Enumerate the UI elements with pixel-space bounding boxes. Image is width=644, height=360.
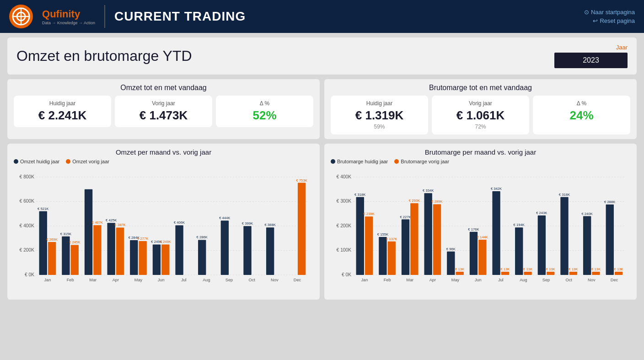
svg-text:€ 315K: € 315K — [60, 232, 71, 236]
svg-text:Sep: Sep — [225, 278, 233, 282]
svg-rect-29 — [107, 223, 115, 275]
svg-rect-41 — [161, 244, 169, 275]
svg-text:€ 300K: € 300K — [337, 199, 352, 204]
svg-rect-15 — [39, 211, 47, 275]
svg-text:€ 240K: € 240K — [581, 212, 592, 216]
svg-rect-87 — [424, 193, 432, 275]
svg-text:Oct: Oct — [566, 278, 573, 282]
svg-rect-127 — [606, 204, 614, 275]
svg-rect-122 — [583, 216, 591, 275]
omzet-vorig-value: € 1.473K — [140, 108, 188, 123]
svg-text:Feb: Feb — [67, 278, 74, 282]
svg-text:Oct: Oct — [249, 278, 256, 282]
header-divider — [104, 5, 105, 28]
svg-text:€ 334K: € 334K — [423, 188, 434, 193]
bruto-huidig-label: Huidig jaar — [366, 100, 392, 107]
svg-text:€ 96K: € 96K — [446, 247, 456, 251]
svg-text:€ 318K: € 318K — [559, 193, 570, 197]
brutomarge-chart-container: Brutomarge per maand vs. vorig jaar Brut… — [324, 144, 637, 300]
omzet-title: Omzet tot en met vandaag — [14, 84, 313, 92]
svg-rect-25 — [85, 189, 92, 275]
svg-rect-129 — [615, 272, 623, 275]
svg-text:€ 239K: € 239K — [363, 212, 374, 216]
svg-text:€ 243K: € 243K — [536, 211, 547, 215]
svg-rect-117 — [560, 197, 568, 275]
svg-rect-22 — [71, 245, 79, 275]
svg-rect-107 — [515, 227, 523, 275]
svg-rect-104 — [501, 272, 509, 275]
omzet-chart-container: Omzet per maand vs. vorig jaar Omzet hui… — [7, 144, 320, 300]
bruto-delta-label: Δ % — [577, 100, 586, 107]
svg-text:€ 269K: € 269K — [46, 237, 57, 242]
svg-text:Jul: Jul — [498, 278, 504, 282]
omzet-chart-title: Omzet per maand vs. vorig jaar — [14, 148, 313, 156]
omzet-vorig-label: Vorig jaar — [152, 100, 175, 107]
svg-text:€ 13K: € 13K — [500, 267, 510, 271]
bruto-delta-value: 24% — [569, 108, 593, 123]
svg-rect-119 — [569, 272, 577, 275]
svg-rect-102 — [492, 191, 500, 275]
home-icon: ⊙ — [584, 9, 589, 16]
svg-rect-53 — [243, 226, 251, 275]
tagline: Data → Knowledge → Action — [42, 21, 95, 25]
omzet-delta: Δ % 52% — [216, 96, 313, 127]
svg-text:€ 425K: € 425K — [106, 218, 117, 222]
svg-text:Jan: Jan — [44, 278, 51, 282]
svg-rect-79 — [388, 242, 396, 275]
svg-rect-34 — [130, 240, 138, 275]
svg-text:€ 0K: € 0K — [342, 272, 351, 277]
svg-rect-26 — [93, 225, 101, 275]
svg-text:€ 288K: € 288K — [604, 200, 615, 204]
nav-reset[interactable]: ↩ Reset pagina — [593, 17, 635, 24]
svg-text:€ 200K: € 200K — [20, 248, 35, 253]
brutomarge-section: Brutomarge tot en met vandaag Huidig jaa… — [324, 79, 637, 139]
svg-rect-112 — [538, 215, 546, 275]
svg-text:€ 407K: € 407K — [92, 220, 103, 225]
brand-name: Qufinity — [42, 8, 95, 20]
svg-text:Dec: Dec — [294, 278, 301, 282]
jaar-value[interactable]: 2023 — [554, 53, 628, 68]
svg-text:Nov: Nov — [588, 278, 596, 282]
bruto-delta: Δ % 24% — [533, 96, 630, 134]
omzet-legend-previous: Omzet vorig jaar — [66, 159, 109, 164]
bruto-legend-dot-current — [331, 159, 335, 164]
svg-text:€ 289K: € 289K — [431, 199, 442, 204]
svg-rect-99 — [478, 240, 486, 275]
kpi-section: Omzet tot en met vandaag Huidig jaar € 2… — [7, 79, 637, 139]
bruto-huidig-value: € 1.319K — [355, 108, 404, 123]
svg-text:€ 13K: € 13K — [569, 267, 578, 271]
svg-rect-77 — [379, 237, 386, 275]
brutomarge-chart-area: € 400K€ 300K€ 200K€ 100K€ 0K€ 318K€ 239K… — [331, 167, 630, 295]
svg-text:€ 387K: € 387K — [114, 223, 125, 227]
omzet-huidig-label: Huidig jaar — [49, 100, 75, 107]
svg-text:Jun: Jun — [158, 278, 165, 282]
svg-text:Aug: Aug — [203, 278, 210, 282]
nav-home[interactable]: ⊙ Naar startpagina — [584, 9, 635, 16]
logo-icon — [9, 5, 33, 28]
svg-rect-92 — [447, 252, 455, 275]
omzet-cards: Huidig jaar € 2.241K Vorig jaar € 1.473K… — [14, 96, 313, 127]
omzet-legend-current: Omzet huidig jaar — [14, 159, 59, 164]
svg-text:€ 13K: € 13K — [614, 267, 623, 271]
svg-text:€ 753K: € 753K — [296, 178, 307, 183]
svg-text:€ 13K: € 13K — [546, 267, 555, 271]
svg-rect-97 — [470, 232, 478, 275]
svg-rect-89 — [433, 204, 441, 275]
svg-text:Dec: Dec — [611, 278, 618, 282]
svg-text:€ 13K: € 13K — [455, 267, 464, 271]
bruto-huidig-sub: 59% — [374, 124, 385, 130]
svg-text:€ 144K: € 144K — [477, 235, 488, 239]
svg-text:€ 444K: € 444K — [219, 216, 230, 220]
page-title: CURRENT TRADING — [114, 9, 246, 24]
bruto-legend-previous: Brutomarge vorig jaar — [394, 159, 449, 164]
svg-text:€ 400K: € 400K — [20, 223, 35, 228]
bruto-vorig-sub: 72% — [475, 124, 486, 130]
svg-text:€ 521K: € 521K — [38, 207, 48, 211]
omzet-legend: Omzet huidig jaar Omzet vorig jaar — [14, 159, 313, 164]
svg-text:Aug: Aug — [520, 278, 527, 282]
svg-rect-82 — [402, 220, 409, 275]
bruto-huidig: Huidig jaar € 1.319K 59% — [331, 96, 428, 134]
svg-rect-20 — [62, 236, 70, 275]
bruto-vorig: Vorig jaar € 1.061K 72% — [432, 96, 529, 134]
svg-text:€ 176K: € 176K — [468, 227, 479, 231]
